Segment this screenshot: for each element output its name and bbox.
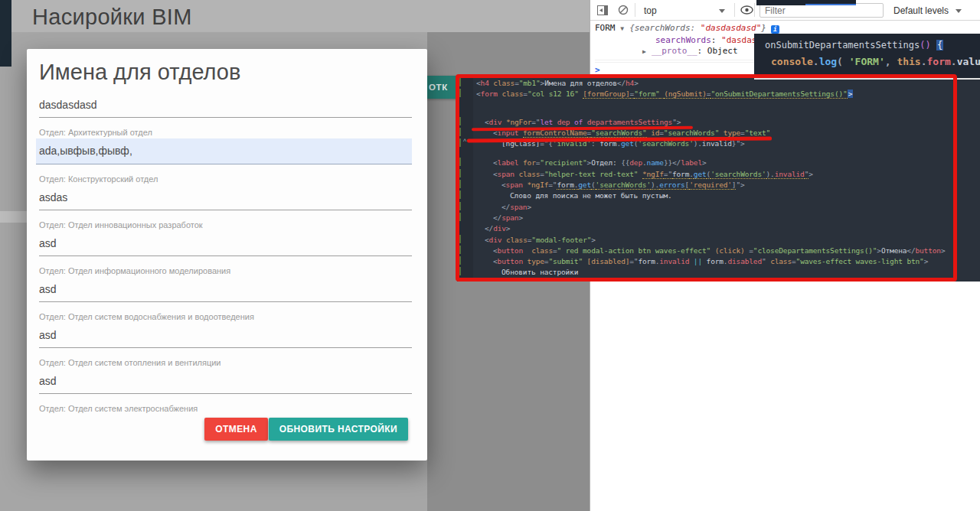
default-levels-label: Default levels <box>893 5 949 16</box>
toolbar-divider <box>734 3 735 17</box>
page-left-band <box>0 211 27 223</box>
preview-key: searchWords: <box>635 23 701 33</box>
code-popup: onSubmitDepartamentsSettings() { console… <box>754 34 980 80</box>
expand-caret-icon[interactable]: ▶ <box>642 47 652 58</box>
console-log-label: FORM <box>595 23 616 33</box>
modal-title: Имена для отделов <box>39 60 412 85</box>
sidebar-remnant <box>0 0 11 67</box>
field-input[interactable]: ada,ывфыв,фывф, <box>36 138 412 164</box>
proto-value: Object <box>707 46 738 56</box>
modal-footer: ОТМЕНА ОБНОВИТЬ НАСТРОЙКИ <box>39 418 412 441</box>
field-input[interactable]: asd <box>39 375 412 394</box>
annotation-rectangle <box>456 74 957 282</box>
field-input[interactable]: dasdasdasd <box>39 99 412 118</box>
field-label: Отдел: Архитектурный отдел <box>39 128 412 137</box>
dock-side-icon[interactable] <box>597 5 608 15</box>
popup-code-line: onSubmitDepartamentsSettings() { <box>765 40 943 50</box>
departments-names-modal: Имена для отделов dasdasdasdОтдел: Архит… <box>27 49 427 461</box>
screen: Насиройки BIM ОТК Имена для отделов dasd… <box>0 0 980 511</box>
field-label: Отдел: Отдел систем отопления и вентиляц… <box>39 358 412 367</box>
proto-sep: : <box>697 46 707 56</box>
field-input[interactable]: asd <box>39 237 412 256</box>
object-preview: { <box>629 23 635 33</box>
modal-fields: dasdasdasdОтдел: Архитектурный отделada,… <box>39 99 412 413</box>
submit-button[interactable]: ОБНОВИТЬ НАСТРОЙКИ <box>269 418 408 441</box>
property-key: searchWords <box>655 35 711 45</box>
field-label: Отдел: Отдел информационного моделирован… <box>39 266 412 275</box>
prompt-chevron-icon: > <box>595 65 600 75</box>
preview-value: "dasdasdasd" <box>701 23 761 33</box>
default-levels-dropdown[interactable]: Default levels <box>893 5 962 16</box>
property-sep: : <box>711 35 721 45</box>
toolbar-divider <box>754 3 755 17</box>
cancel-button[interactable]: ОТМЕНА <box>204 418 267 441</box>
popup-code-line: console.log( 'FORM', this.form.value) <box>771 56 980 67</box>
info-badge-icon: i <box>771 25 779 34</box>
clear-console-icon[interactable] <box>618 5 629 15</box>
context-selector[interactable]: top <box>644 5 725 16</box>
field-label: Отдел: Отдел систем электроснабжения <box>39 404 412 413</box>
field-label: Отдел: Отдел инновационных разработок <box>39 220 412 229</box>
eye-icon[interactable] <box>740 5 753 15</box>
object-preview: } <box>761 23 766 33</box>
chevron-down-icon <box>719 9 725 13</box>
page-title: Насиройки BIM <box>32 5 192 30</box>
field-input[interactable]: asdas <box>39 191 412 210</box>
expand-caret-icon[interactable]: ▼ <box>620 24 629 35</box>
editor-tab-strip <box>756 0 856 5</box>
field-input[interactable]: asd <box>39 283 412 302</box>
proto-label: __proto__ <box>652 46 697 56</box>
field-label: Отдел: Конструкторский отдел <box>39 174 412 184</box>
toolbar-divider <box>635 3 635 17</box>
field-input[interactable]: asd <box>39 329 412 348</box>
context-selector-label: top <box>644 5 657 16</box>
field-label: Отдел: Отдел систем водоснабжения и водо… <box>39 312 412 321</box>
chevron-down-icon <box>956 9 962 13</box>
